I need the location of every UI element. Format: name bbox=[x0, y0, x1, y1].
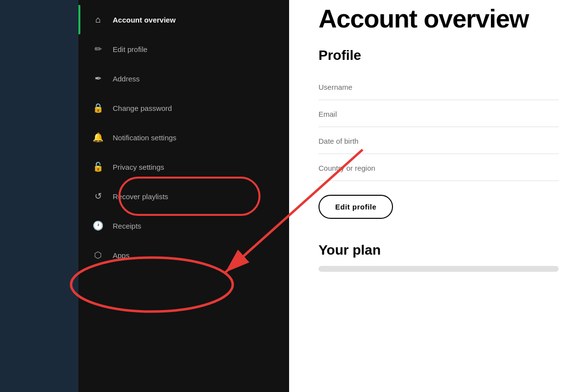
notification-settings-label: Notification settings bbox=[113, 133, 176, 142]
page-title: Account overview bbox=[318, 0, 559, 33]
profile-fields: Username Email Date of birth Country or … bbox=[318, 75, 559, 181]
sidebar-item-address[interactable]: ✒Address bbox=[78, 64, 289, 93]
username-field: Username bbox=[318, 75, 559, 100]
sidebar-item-account-overview[interactable]: ⌂Account overview bbox=[78, 5, 289, 34]
profile-section-title: Profile bbox=[318, 48, 559, 63]
your-plan-title: Your plan bbox=[318, 242, 559, 258]
edit-profile-button[interactable]: Edit profile bbox=[318, 195, 393, 219]
receipts-icon: 🕐 bbox=[92, 220, 104, 232]
change-password-icon: 🔒 bbox=[92, 102, 104, 114]
left-background bbox=[0, 0, 78, 392]
account-overview-icon: ⌂ bbox=[92, 14, 104, 26]
change-password-label: Change password bbox=[113, 104, 172, 112]
apps-label: Apps bbox=[113, 251, 129, 260]
recover-playlists-label: Recover playlists bbox=[113, 192, 168, 201]
privacy-settings-icon: 🔓 bbox=[92, 161, 104, 173]
edit-profile-icon: ✏ bbox=[92, 43, 104, 55]
sidebar: ⌂Account overview✏Edit profile✒Address🔒C… bbox=[78, 0, 289, 392]
sidebar-item-recover-playlists[interactable]: ↺Recover playlists bbox=[78, 182, 289, 211]
sidebar-item-change-password[interactable]: 🔒Change password bbox=[78, 93, 289, 123]
country-field: Country or region bbox=[318, 156, 559, 181]
email-field: Email bbox=[318, 102, 559, 127]
sidebar-item-receipts[interactable]: 🕐Receipts bbox=[78, 211, 289, 240]
edit-profile-label: Edit profile bbox=[113, 45, 147, 53]
receipts-label: Receipts bbox=[113, 222, 141, 230]
sidebar-item-edit-profile[interactable]: ✏Edit profile bbox=[78, 34, 289, 64]
country-label: Country or region bbox=[318, 164, 375, 172]
dob-field: Date of birth bbox=[318, 129, 559, 154]
recover-playlists-icon: ↺ bbox=[92, 190, 104, 202]
main-content: Account overview Profile Username Email … bbox=[289, 0, 588, 392]
dob-label: Date of birth bbox=[318, 137, 359, 145]
username-label: Username bbox=[318, 83, 352, 91]
address-label: Address bbox=[113, 75, 140, 83]
account-overview-label: Account overview bbox=[113, 16, 175, 24]
privacy-settings-label: Privacy settings bbox=[113, 163, 164, 171]
email-label: Email bbox=[318, 110, 337, 118]
apps-icon: ⬡ bbox=[92, 249, 104, 261]
sidebar-item-apps[interactable]: ⬡Apps bbox=[78, 240, 289, 270]
address-icon: ✒ bbox=[92, 73, 104, 84]
notification-settings-icon: 🔔 bbox=[92, 131, 104, 143]
plan-bar bbox=[318, 266, 559, 272]
sidebar-item-notification-settings[interactable]: 🔔Notification settings bbox=[78, 123, 289, 152]
sidebar-item-privacy-settings[interactable]: 🔓Privacy settings bbox=[78, 152, 289, 182]
